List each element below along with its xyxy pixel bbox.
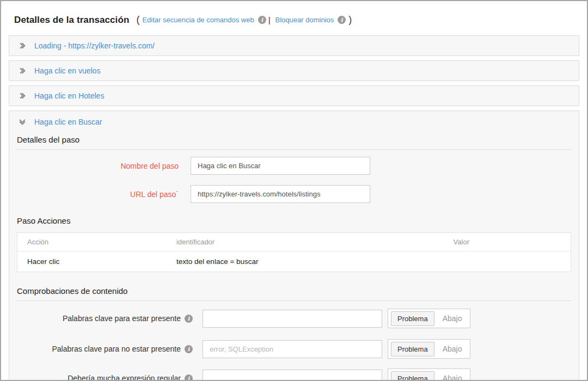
problema-option[interactable]: Problema xyxy=(391,342,434,357)
step-panel-buscar: Haga clic en Buscar Detalles del paso No… xyxy=(9,110,579,380)
table-row: Hacer clic texto del enlace = buscar xyxy=(17,251,571,272)
regex-match-input[interactable] xyxy=(203,370,382,381)
info-icon[interactable]: i xyxy=(185,374,193,381)
transaction-details-page: Detalles de la transacción ( Editar secu… xyxy=(0,0,588,381)
step-bar-loading[interactable]: Loading - https://zylker-travels.com/ xyxy=(9,35,579,56)
cell-identificador: texto del enlace = buscar xyxy=(167,251,444,272)
step-panel-title: Haga clic en Buscar xyxy=(34,118,102,126)
keywords-absent-row: Palabras clave para no estar presente i … xyxy=(17,339,571,359)
column-identificador: identificador xyxy=(167,233,444,251)
abajo-option[interactable]: Abajo xyxy=(443,314,462,323)
paren-open: ( xyxy=(136,14,139,26)
step-bar-label: Loading - https://zylker-travels.com/ xyxy=(34,41,155,50)
regex-match-row: Debería mucha expresión regular i Proble… xyxy=(17,368,571,380)
step-name-label: Nombre del paso xyxy=(17,162,191,170)
abajo-option[interactable]: Abajo xyxy=(443,374,462,380)
info-icon[interactable]: i xyxy=(338,16,346,24)
content-checks-heading: Comprobaciones de contenido xyxy=(17,286,571,296)
page-title: Detalles de la transacción xyxy=(14,15,129,26)
step-bar-vuelos[interactable]: Haga clic en vuelos xyxy=(9,60,579,81)
step-details-heading: Detalles del paso xyxy=(17,135,571,144)
divider xyxy=(17,149,571,150)
column-valor: Valor xyxy=(444,233,571,251)
divider xyxy=(17,300,571,301)
paren-close: ) xyxy=(348,14,352,26)
regex-match-severity-toggle: Problema Abajo xyxy=(388,368,470,380)
column-accion: Acción xyxy=(17,233,167,251)
info-icon[interactable]: i xyxy=(258,16,266,24)
step-url-input[interactable] xyxy=(191,185,370,203)
chevron-down-icon xyxy=(19,118,26,126)
keywords-absent-input[interactable] xyxy=(203,340,382,358)
problema-option[interactable]: Problema xyxy=(391,371,434,381)
problema-option[interactable]: Problema xyxy=(391,311,434,326)
regex-match-label: Debería mucha expresión regular xyxy=(68,374,181,380)
step-name-row: Nombre del paso xyxy=(17,157,571,175)
step-bar-label: Haga clic en Hoteles xyxy=(34,91,104,100)
chevron-right-icon xyxy=(19,42,26,50)
keywords-present-input[interactable] xyxy=(203,310,382,328)
steps-accordion: Loading - https://zylker-travels.com/ Ha… xyxy=(9,35,579,106)
step-url-label: URL del paso` xyxy=(17,190,191,199)
step-bar-hoteles[interactable]: Haga clic en Hoteles xyxy=(9,85,579,106)
keywords-present-row: Palabras clave para estar presente i Pro… xyxy=(17,309,571,328)
table-header-row: Acción identificador Valor xyxy=(17,233,571,251)
step-url-row: URL del paso` xyxy=(17,185,571,203)
abajo-option[interactable]: Abajo xyxy=(443,345,462,353)
keywords-present-label: Palabras clave para estar presente xyxy=(63,314,181,323)
keywords-absent-severity-toggle: Problema Abajo xyxy=(388,339,470,359)
chevron-right-icon xyxy=(19,67,26,75)
cell-valor xyxy=(444,251,571,272)
info-icon[interactable]: i xyxy=(185,315,193,323)
header-actions: ( Editar secuencia de comandos web i | B… xyxy=(133,14,354,26)
keywords-present-severity-toggle: Problema Abajo xyxy=(388,309,470,328)
step-bar-label: Haga clic en vuelos xyxy=(34,66,100,75)
block-domains-link[interactable]: Bloquear dominios xyxy=(275,16,334,24)
header-separator: | xyxy=(268,15,271,24)
step-actions-heading: Paso Acciones xyxy=(17,216,571,225)
info-icon[interactable]: i xyxy=(185,345,193,353)
edit-web-script-link[interactable]: Editar secuencia de comandos web xyxy=(142,16,254,24)
chevron-right-icon xyxy=(19,92,26,100)
page-header: Detalles de la transacción ( Editar secu… xyxy=(1,1,587,34)
step-panel-header[interactable]: Haga clic en Buscar xyxy=(17,111,571,133)
keywords-absent-label: Palabras clave para no estar presente xyxy=(52,345,181,353)
step-name-input[interactable] xyxy=(191,157,370,175)
step-actions-table: Acción identificador Valor Hacer clic te… xyxy=(17,232,571,272)
cell-accion: Hacer clic xyxy=(17,251,167,272)
